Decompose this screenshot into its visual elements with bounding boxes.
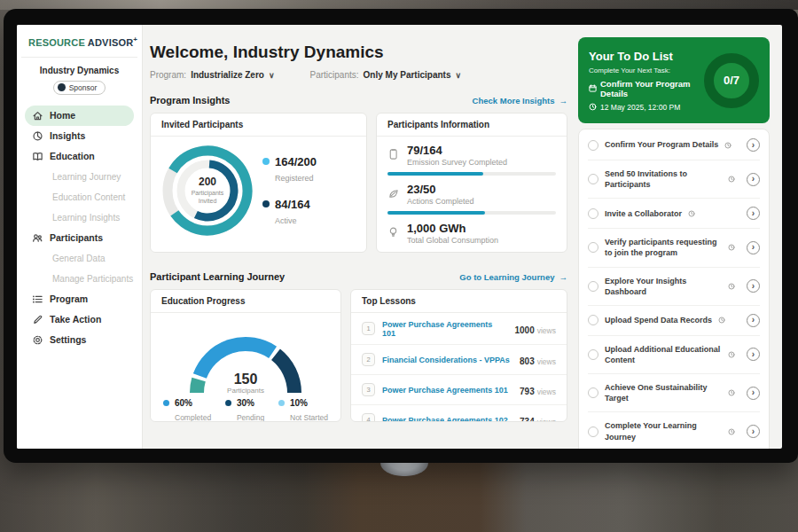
task-open-button[interactable]: › (747, 207, 760, 220)
gauge-value: 150 (161, 372, 330, 387)
monitor-stand (380, 463, 428, 476)
page-title: Welcome, Industry Dynamics (150, 43, 567, 62)
sponsor-badge: Sponsor (53, 81, 106, 95)
sidebar-nav: Home Insights Education Learning Journey… (25, 106, 134, 350)
lesson-link[interactable]: Power Purchase Agreements 101 (382, 386, 512, 395)
stat-value: 1,000 GWh (407, 223, 498, 236)
learning-cards-row: Education Progress 150 Participants (150, 289, 567, 422)
sidebar-item-label: Take Action (50, 314, 101, 325)
task-open-button[interactable]: › (747, 425, 760, 438)
completed-value: 60% (175, 398, 192, 408)
sidebar-item-take-action[interactable]: Take Action (25, 309, 134, 330)
lesson-rank: 4 (362, 413, 375, 422)
task-row[interactable]: Complete Your Learning Journey › (588, 412, 760, 449)
task-checkbox[interactable] (588, 387, 598, 398)
views-suffix: views (537, 357, 556, 366)
sidebar-item-insights[interactable]: Insights (25, 126, 134, 146)
task-checkbox[interactable] (588, 349, 598, 360)
task-open-button[interactable]: › (747, 387, 760, 400)
task-open-button[interactable]: › (747, 173, 760, 186)
sidebar-item-participants[interactable]: Participants (25, 228, 134, 248)
invited-card-body: 200 Participants Invited 164/200 (151, 137, 366, 245)
task-row[interactable]: Send 50 Invitations to Participants › (588, 160, 760, 199)
task-checkbox[interactable] (588, 242, 598, 253)
check-more-insights-link[interactable]: Check More Insights → (473, 96, 567, 106)
chevron-right-icon: › (752, 427, 755, 436)
lesson-link[interactable]: Power Purchase Agreements 101 (382, 320, 507, 338)
task-checkbox[interactable] (588, 315, 598, 325)
task-label: Complete Your Learning Journey (605, 420, 722, 442)
lesson-link[interactable]: Financial Considerations - VPPAs (382, 356, 512, 364)
sidebar-item-education[interactable]: Education (25, 146, 134, 167)
sidebar-item-label: Home (50, 110, 75, 121)
task-open-button[interactable]: › (747, 314, 760, 327)
card-title: Participants Information (377, 113, 567, 137)
task-row[interactable]: Upload Spend Data Records › (588, 306, 760, 336)
task-open-button[interactable]: › (747, 138, 760, 152)
logo-text-primary: RESOURCE (28, 37, 85, 48)
education-progress-card: Education Progress 150 Participants (150, 289, 341, 422)
sidebar-item-general-data[interactable]: General Data (25, 248, 134, 269)
legend-registered: 164/200 Registered (262, 155, 317, 184)
info-card-body: 79/164 Emission Survey Completed (377, 137, 567, 245)
todo-due-label: 12 May 2025, 12:00 PM (600, 103, 680, 112)
task-label: Achieve One Sustainability Target (605, 382, 722, 403)
right-panel: Your To Do List Complete Your Next Task:… (578, 37, 770, 449)
task-row[interactable]: Invite a Collaborator › (588, 199, 760, 229)
sidebar-item-learning-journey[interactable]: Learning Journey (25, 167, 134, 187)
task-checkbox[interactable] (588, 281, 598, 292)
sidebar-item-program[interactable]: Program (25, 289, 134, 309)
task-row[interactable]: Explore Your Insights Dashboard › (588, 268, 760, 306)
task-row[interactable]: Achieve One Sustainability Target › (588, 374, 760, 412)
sidebar-item-label: Education Content (52, 192, 125, 202)
chevron-right-icon: › (752, 388, 755, 397)
sidebar-item-manage-participants[interactable]: Manage Participants (25, 269, 134, 289)
sidebar-item-learning-insights[interactable]: Learning Insights (25, 207, 134, 228)
invited-label: Invited (199, 197, 217, 205)
invited-label: Participants (192, 189, 224, 197)
go-to-learning-journey-link[interactable]: Go to Learning Journey → (459, 272, 567, 282)
stat-actions: 23/50 Actions Completed (387, 184, 556, 206)
chevron-right-icon: › (752, 243, 755, 252)
task-checkbox[interactable] (588, 140, 598, 151)
legend-active: 84/164 Active (262, 198, 317, 227)
participants-filter[interactable]: Participants: Only My Participants ∨ (310, 70, 462, 80)
link-label: Check More Insights (473, 96, 555, 106)
education-card-body: 150 Participants 60% (151, 317, 340, 422)
lesson-link[interactable]: Power Purchase Agreements 102 (382, 416, 512, 423)
sidebar-item-settings[interactable]: Settings (25, 330, 134, 350)
program-filter[interactable]: Program: Industrialize Zero ∨ (150, 70, 275, 80)
actions-progress-fill (387, 211, 485, 215)
task-row[interactable]: Upload Additional Educational Content › (588, 336, 760, 374)
sidebar-item-home[interactable]: Home (25, 106, 134, 126)
lesson-row: 4 Power Purchase Agreements 102 734views (351, 405, 567, 422)
clock-icon (718, 317, 725, 324)
app-logo: RESOURCE ADVISOR+ (25, 35, 134, 48)
logo-plus: + (133, 35, 137, 43)
task-checkbox[interactable] (588, 174, 598, 184)
views-count: 1000 (514, 325, 534, 335)
task-label: Upload Spend Data Records (605, 315, 712, 325)
registered-value: 164/200 (275, 155, 317, 168)
task-open-button[interactable]: › (747, 279, 760, 293)
list-icon (32, 293, 43, 305)
gauge-label: Participants (161, 387, 330, 395)
task-open-button[interactable]: › (747, 241, 760, 254)
todo-next-task[interactable]: Confirm Your Program Details (589, 79, 704, 98)
task-row[interactable]: Verify participants requesting to join t… (588, 229, 760, 267)
stat-value: 79/164 (407, 145, 507, 158)
task-row[interactable]: Confirm Your Program Details › (588, 130, 760, 160)
task-checkbox[interactable] (588, 426, 598, 437)
task-checkbox[interactable] (588, 208, 598, 219)
organization-name: Industry Dynamics (25, 66, 134, 75)
sidebar-item-label: Settings (50, 334, 86, 345)
task-label: Confirm Your Program Details (605, 139, 718, 150)
task-label: Verify participants requesting to join t… (605, 237, 722, 258)
sidebar-item-education-content[interactable]: Education Content (25, 187, 134, 207)
views-suffix: views (537, 418, 556, 423)
task-open-button[interactable]: › (747, 348, 760, 361)
lesson-row: 1 Power Purchase Agreements 101 1000view… (351, 313, 567, 345)
participants-filter-value: Only My Participants (364, 70, 451, 80)
participants-filter-label: Participants: (310, 70, 359, 80)
active-value: 84/164 (275, 198, 310, 211)
